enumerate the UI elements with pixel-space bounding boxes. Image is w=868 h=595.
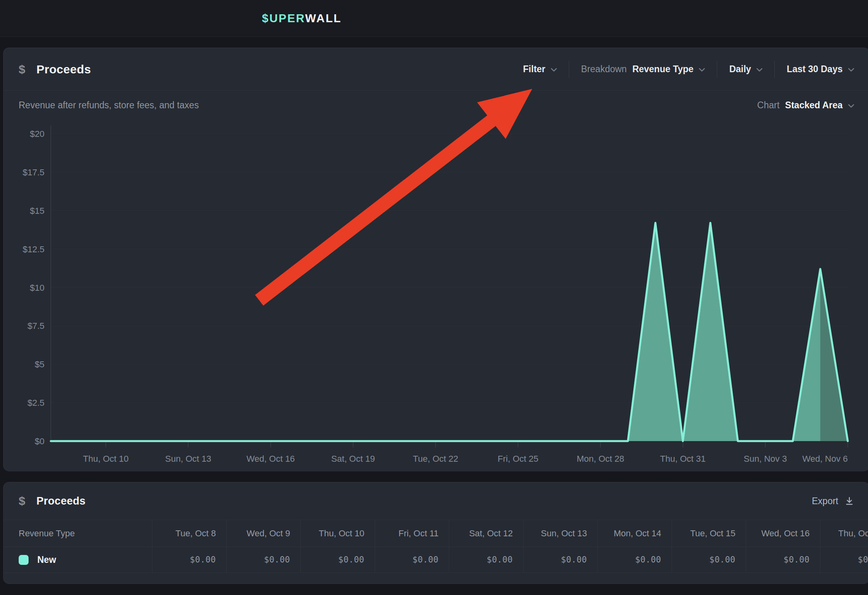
y-axis-tick-label: $7.5 [27,321,44,331]
export-button[interactable]: Export [812,496,854,507]
controls-divider [774,61,775,78]
chart-type-label: Chart [757,100,779,111]
cell-value: $0.00 [672,547,746,572]
table-card-title-group: $ Proceeds [19,494,86,508]
column-header-date: Tue, Oct 8 [152,520,226,547]
y-axis-tick-label: $15 [30,206,44,216]
column-header-date: Tue, Oct 15 [672,520,746,547]
chevron-down-icon [551,68,557,72]
chart-subtitle: Revenue after refunds, store fees, and t… [19,100,199,111]
x-axis-tick-label: Thu, Oct 31 [660,454,706,464]
x-axis-tick-label: Sat, Oct 19 [331,454,375,464]
column-header-date: Sat, Oct 12 [449,520,523,547]
interval-value: Daily [729,64,751,75]
cell-value: $0.00 [523,547,597,572]
x-axis-tick-label: Sun, Nov 3 [744,454,787,464]
x-axis-tick-label: Thu, Oct 10 [83,454,129,464]
logo-accent-text: $UPER [262,12,305,25]
export-label: Export [812,496,838,507]
y-axis-tick-label: $17.5 [23,167,44,177]
column-header-date: Fri, Oct 11 [375,520,449,547]
series-color-swatch [19,555,29,565]
dollar-icon: $ [19,494,25,508]
cell-value: $0.00 [375,547,449,572]
interval-dropdown[interactable]: Daily [729,64,762,75]
chart-card-header: $ Proceeds Filter Breakdown Revenue Type… [4,48,868,91]
filter-label: Filter [523,64,545,75]
row-label-cell: New [4,547,152,572]
column-header-revenue-type: Revenue Type [4,520,152,547]
x-axis-tick-label: Sun, Oct 13 [165,454,211,464]
y-axis-tick-label: $2.5 [27,398,44,408]
chevron-down-icon [756,68,762,72]
top-bar: $UPERWALL [0,0,868,37]
chart-card-title-group: $ Proceeds [19,63,91,76]
cell-value: $0.00 [152,547,226,572]
filter-dropdown[interactable]: Filter [523,64,557,75]
chart-type-dropdown[interactable]: Chart Stacked Area [757,100,854,111]
y-axis-tick-label: $12.5 [23,244,44,254]
y-axis-tick-label: $0 [35,436,44,446]
date-range-dropdown[interactable]: Last 30 Days [787,64,854,75]
table-header-row: Revenue TypeTue, Oct 8Wed, Oct 9Thu, Oct… [4,520,868,547]
dollar-icon: $ [19,63,25,76]
download-icon [845,496,854,506]
proceeds-table-card: $ Proceeds Export Revenue TypeTue, Oct 8… [3,482,868,584]
column-header-date: Wed, Oct 9 [226,520,300,547]
column-header-date: Thu, Oct 10 [300,520,375,547]
chevron-down-icon [848,68,854,72]
x-axis-tick-label: Fri, Oct 25 [498,454,539,464]
chevron-down-icon [699,68,705,72]
chart-svg: $0$2.5$5$7.5$10$12.5$15$17.5$20Thu, Oct … [4,114,868,471]
proceeds-table: Revenue TypeTue, Oct 8Wed, Oct 9Thu, Oct… [4,520,868,573]
cell-value: $0.00 [746,547,820,572]
table-card-header: $ Proceeds Export [4,482,868,520]
controls-divider [717,61,717,78]
breakdown-value: Revenue Type [632,64,693,75]
proceeds-chart-card: $ Proceeds Filter Breakdown Revenue Type… [3,48,868,471]
column-header-date: Mon, Oct 14 [597,520,672,547]
series-area-fill [51,223,848,441]
chart-controls: Filter Breakdown Revenue Type Daily Last… [523,61,854,78]
x-axis-tick-label: Wed, Nov 6 [802,454,848,464]
x-axis-tick-label: Mon, Oct 28 [577,454,624,464]
date-range-value: Last 30 Days [787,64,843,75]
breakdown-dropdown[interactable]: Breakdown Revenue Type [581,64,705,75]
column-header-date: Thu, Oct 17 [820,520,868,547]
cell-value: $0.00 [820,547,868,572]
superwall-logo[interactable]: $UPERWALL [262,12,342,25]
column-header-date: Wed, Oct 16 [746,520,820,547]
y-axis-tick-label: $20 [30,129,44,139]
proceeds-chart[interactable]: $0$2.5$5$7.5$10$12.5$15$17.5$20Thu, Oct … [4,114,868,471]
page-title: Proceeds [37,63,91,76]
x-axis-tick-label: Tue, Oct 22 [413,454,458,464]
y-axis-tick-label: $5 [35,359,44,369]
row-label: New [37,555,56,565]
cell-value: $0.00 [449,547,523,572]
column-header-date: Sun, Oct 13 [523,520,597,547]
y-axis-tick-label: $10 [30,283,44,293]
chart-type-value: Stacked Area [785,100,843,111]
logo-plain-text: WALL [305,12,342,25]
chevron-down-icon [848,104,854,108]
controls-divider [569,61,569,78]
breakdown-label: Breakdown [581,64,627,75]
chart-subtitle-row: Revenue after refunds, store fees, and t… [4,91,868,114]
x-axis-tick-label: Wed, Oct 16 [246,454,295,464]
cell-value: $0.00 [226,547,300,572]
cell-value: $0.00 [300,547,375,572]
table-row: New$0.00$0.00$0.00$0.00$0.00$0.00$0.00$0… [4,547,868,573]
cell-value: $0.00 [597,547,672,572]
table-title: Proceeds [37,495,86,507]
